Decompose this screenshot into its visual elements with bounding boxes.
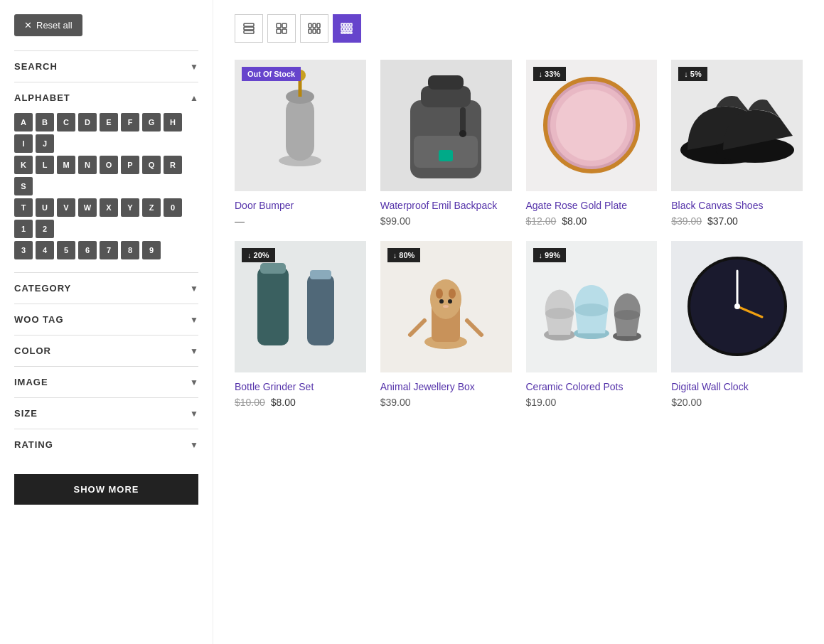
alpha-B[interactable]: B bbox=[36, 113, 54, 132]
svg-line-54 bbox=[410, 321, 424, 335]
product-price-value-7: $19.00 bbox=[526, 397, 557, 408]
product-price-8: $20.00 bbox=[671, 397, 803, 408]
alpha-V[interactable]: V bbox=[57, 198, 75, 217]
show-more-button[interactable]: SHOW MORE bbox=[14, 474, 198, 505]
product-link-7[interactable]: Ceramic Colored Pots bbox=[526, 381, 624, 392]
alpha-J[interactable]: J bbox=[36, 134, 54, 153]
alpha-W[interactable]: W bbox=[78, 198, 97, 217]
product-price-6: $39.00 bbox=[380, 397, 512, 408]
filter-alphabet-header[interactable]: ALPHABET ▲ bbox=[14, 92, 198, 103]
reset-all-button[interactable]: Reset all bbox=[14, 14, 82, 36]
svg-rect-0 bbox=[244, 23, 254, 26]
alpha-H[interactable]: H bbox=[164, 113, 182, 132]
filter-image-title: IMAGE bbox=[14, 377, 48, 387]
alpha-1[interactable]: 1 bbox=[14, 220, 33, 238]
svg-rect-44 bbox=[307, 274, 334, 345]
alpha-N[interactable]: N bbox=[78, 156, 97, 174]
product-link-8[interactable]: Digital Wall Clock bbox=[671, 381, 748, 392]
svg-rect-8 bbox=[313, 23, 316, 28]
alpha-R[interactable]: R bbox=[164, 156, 182, 174]
sidebar: Reset all SEARCH ▼ ALPHABET ▲ A B C D E bbox=[0, 0, 213, 644]
svg-rect-45 bbox=[310, 270, 331, 279]
product-image-3: 33% bbox=[526, 60, 658, 191]
alpha-3[interactable]: 3 bbox=[14, 241, 33, 259]
alpha-G[interactable]: G bbox=[142, 113, 161, 132]
product-price-original-5: $10.00 bbox=[235, 397, 265, 408]
svg-point-59 bbox=[575, 304, 608, 316]
filter-woo-tag-header[interactable]: WOO TAG ▼ bbox=[14, 314, 198, 325]
discount-badge-4: 5% bbox=[678, 67, 707, 81]
product-link-3[interactable]: Agate Rose Gold Plate bbox=[526, 200, 627, 211]
filter-rating-title: RATING bbox=[14, 439, 53, 450]
alpha-I[interactable]: I bbox=[14, 134, 33, 153]
alpha-T[interactable]: T bbox=[14, 198, 33, 217]
alpha-E[interactable]: E bbox=[100, 113, 118, 132]
product-name-8: Digital Wall Clock bbox=[671, 381, 803, 392]
product-card-5: 20% Bottle Grinder Set $10.00 $8.00 bbox=[235, 241, 366, 408]
svg-rect-3 bbox=[277, 23, 281, 28]
alpha-4[interactable]: 4 bbox=[36, 241, 54, 259]
alpha-F[interactable]: F bbox=[121, 113, 139, 132]
alpha-Q[interactable]: Q bbox=[142, 156, 161, 174]
svg-rect-16 bbox=[350, 23, 352, 26]
product-name-1: Door Bumper bbox=[235, 200, 366, 211]
alpha-K[interactable]: K bbox=[14, 156, 33, 174]
view-grid4-button[interactable] bbox=[333, 14, 361, 43]
svg-rect-24 bbox=[350, 32, 352, 33]
product-price-value-1: — bbox=[235, 215, 245, 227]
alpha-D[interactable]: D bbox=[78, 113, 97, 132]
svg-rect-13 bbox=[341, 23, 343, 26]
svg-rect-34 bbox=[439, 150, 453, 161]
svg-rect-22 bbox=[344, 32, 346, 33]
product-image-8 bbox=[671, 241, 803, 372]
alpha-M[interactable]: M bbox=[57, 156, 75, 174]
product-price-sale-4: $37.00 bbox=[707, 215, 738, 227]
view-grid2-button[interactable] bbox=[267, 14, 296, 43]
alpha-A[interactable]: A bbox=[14, 113, 33, 132]
alpha-O[interactable]: O bbox=[100, 156, 118, 174]
svg-point-36 bbox=[459, 130, 466, 137]
filter-image-header[interactable]: IMAGE ▼ bbox=[14, 377, 198, 387]
product-link-6[interactable]: Animal Jewellery Box bbox=[380, 381, 475, 392]
filter-rating: RATING ▼ bbox=[14, 429, 198, 460]
filter-category-header[interactable]: CATEGORY ▼ bbox=[14, 283, 198, 294]
alpha-U[interactable]: U bbox=[36, 198, 54, 217]
product-link-5[interactable]: Bottle Grinder Set bbox=[235, 381, 314, 392]
view-list-button[interactable] bbox=[235, 14, 263, 43]
alpha-2[interactable]: 2 bbox=[36, 220, 54, 238]
product-price-sale-5: $8.00 bbox=[271, 397, 296, 408]
product-link-2[interactable]: Waterproof Emil Backpack bbox=[380, 200, 497, 211]
discount-badge-7: 99% bbox=[533, 248, 567, 262]
filter-search-header[interactable]: SEARCH ▼ bbox=[14, 61, 198, 72]
filter-size-header[interactable]: SIZE ▼ bbox=[14, 408, 198, 419]
filter-search-title: SEARCH bbox=[14, 61, 58, 72]
svg-rect-1 bbox=[244, 27, 254, 30]
discount-badge-3: 33% bbox=[533, 67, 567, 81]
alphabet-grid: A B C D E F G H I J K L M N O P bbox=[14, 113, 198, 259]
alpha-6[interactable]: 6 bbox=[78, 241, 97, 259]
alpha-9[interactable]: 9 bbox=[142, 241, 161, 259]
alpha-5[interactable]: 5 bbox=[57, 241, 75, 259]
filter-rating-header[interactable]: RATING ▼ bbox=[14, 439, 198, 450]
view-grid3-button[interactable] bbox=[300, 14, 328, 43]
alpha-P[interactable]: P bbox=[121, 156, 139, 174]
view-toolbar bbox=[235, 14, 803, 43]
product-link-1[interactable]: Door Bumper bbox=[235, 200, 294, 211]
search-chevron-icon: ▼ bbox=[190, 62, 198, 72]
product-price-sale-3: $8.00 bbox=[562, 215, 587, 227]
alpha-S[interactable]: S bbox=[14, 177, 33, 195]
alpha-L[interactable]: L bbox=[36, 156, 54, 174]
product-link-4[interactable]: Black Canvas Shoes bbox=[671, 200, 763, 211]
alpha-X[interactable]: X bbox=[100, 198, 118, 217]
alpha-0[interactable]: 0 bbox=[164, 198, 182, 217]
filter-color-header[interactable]: COLOR ▼ bbox=[14, 345, 198, 356]
alpha-C[interactable]: C bbox=[57, 113, 75, 132]
alpha-Z[interactable]: Z bbox=[142, 198, 161, 217]
product-card-8: Digital Wall Clock $20.00 bbox=[671, 241, 803, 408]
alpha-Y[interactable]: Y bbox=[121, 198, 139, 217]
product-card-4: 5% Black Canvas Shoes $39.00 $37.0 bbox=[671, 60, 803, 227]
alpha-7[interactable]: 7 bbox=[100, 241, 118, 259]
alpha-8[interactable]: 8 bbox=[121, 241, 139, 259]
product-card-3: 33% Agate Rose Gold Plate $12.00 $8.00 bbox=[526, 60, 658, 227]
svg-point-49 bbox=[436, 289, 443, 299]
